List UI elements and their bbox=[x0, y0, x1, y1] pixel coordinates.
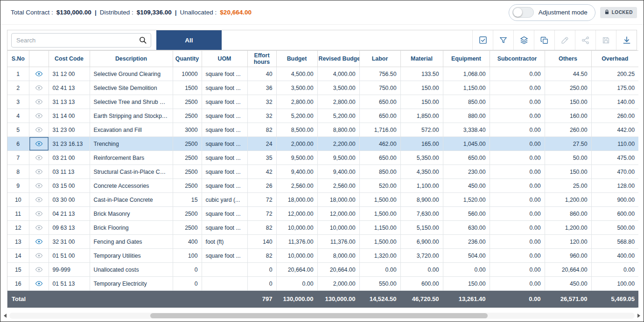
filter-icon[interactable] bbox=[493, 30, 513, 50]
visibility-eye-icon[interactable] bbox=[29, 235, 49, 249]
overhead-cell: 600.00 bbox=[591, 207, 638, 221]
others-cell: 27.50 bbox=[545, 137, 591, 151]
download-icon[interactable] bbox=[616, 30, 637, 50]
uom-cell: square foot ... bbox=[202, 249, 247, 263]
horizontal-scrollbar[interactable] bbox=[2, 312, 642, 319]
effort-hours-cell: 82 bbox=[247, 221, 276, 235]
column-header[interactable]: Description bbox=[90, 51, 173, 67]
labor-cell: 1,500.00 bbox=[359, 235, 400, 249]
table-row[interactable]: 3 31 13 13 Selective Tree and Shrub Rem.… bbox=[7, 95, 638, 109]
table-row[interactable]: 5 31 23 00 Excavation and Fill 3000 squa… bbox=[7, 123, 638, 137]
budget-cell: 4,500.00 bbox=[276, 67, 317, 81]
effort-hours-cell: 72 bbox=[247, 207, 276, 221]
table-row[interactable]: 15 99-999 Unallocated costs 0 0 20,664.0… bbox=[7, 263, 638, 277]
equipment-cell: 650.00 bbox=[443, 151, 490, 165]
table-row[interactable]: 6 31 23 16.13 Trenching 2500 square foot… bbox=[7, 137, 638, 151]
scrollbar-thumb[interactable] bbox=[150, 313, 488, 318]
table-row[interactable]: 7 03 21 00 Reinforcement Bars 2500 squar… bbox=[7, 151, 638, 165]
quantity-cell: 2500 bbox=[173, 109, 202, 123]
column-header[interactable]: UOM bbox=[202, 51, 247, 67]
visibility-eye-icon[interactable] bbox=[29, 277, 49, 291]
column-header[interactable]: Equipment bbox=[443, 51, 490, 67]
cost-code-cell: 31 12 00 bbox=[49, 67, 90, 81]
column-header[interactable]: Revised Budget bbox=[317, 51, 359, 67]
column-header[interactable]: Cost Code bbox=[49, 51, 90, 67]
visibility-eye-icon[interactable] bbox=[29, 81, 49, 95]
labor-cell: 0.00 bbox=[359, 263, 400, 277]
scroll-right-icon[interactable] bbox=[636, 312, 642, 319]
effort-hours-cell: 35 bbox=[247, 151, 276, 165]
table-row[interactable]: 16 01 51 13 Temporary Electricity 0 0 0.… bbox=[7, 277, 638, 291]
visibility-eye-icon[interactable] bbox=[29, 207, 49, 221]
budget-cell: 18,000.00 bbox=[276, 193, 317, 207]
distributed-value: $109,336.00 bbox=[137, 9, 172, 16]
equipment-cell: 560.00 bbox=[443, 207, 490, 221]
subcontractor-cell: 0.00 bbox=[490, 193, 545, 207]
others-cell: 260.00 bbox=[545, 123, 591, 137]
adjustment-mode-toggle[interactable] bbox=[512, 7, 534, 18]
overhead-cell: 128.00 bbox=[591, 179, 638, 193]
scroll-left-icon[interactable] bbox=[2, 312, 8, 319]
visibility-eye-icon[interactable] bbox=[29, 67, 49, 81]
search-icon[interactable] bbox=[139, 36, 147, 46]
visibility-eye-icon[interactable] bbox=[29, 151, 49, 165]
visibility-eye-icon[interactable] bbox=[29, 221, 49, 235]
visibility-eye-icon[interactable] bbox=[29, 165, 49, 179]
labor-cell: 1,320.00 bbox=[359, 249, 400, 263]
uom-cell: square foot ... bbox=[202, 221, 247, 235]
subcontractor-cell: 0.00 bbox=[490, 95, 545, 109]
equipment-cell: 504.00 bbox=[443, 249, 490, 263]
copy-icon[interactable] bbox=[534, 30, 554, 50]
column-header[interactable]: Quantity bbox=[173, 51, 202, 67]
material-cell: 3,720.00 bbox=[400, 249, 443, 263]
unallocated-value: $20,664.00 bbox=[220, 9, 252, 16]
material-cell: 150.00 bbox=[400, 81, 443, 95]
total-material: 46,720.50 bbox=[400, 291, 443, 308]
uom-cell: square foot ... bbox=[202, 109, 247, 123]
column-header[interactable] bbox=[29, 51, 49, 67]
column-header[interactable]: S.No bbox=[7, 51, 29, 67]
adjustment-mode-control[interactable]: Adjustment mode bbox=[509, 4, 595, 21]
subcontractor-cell: 0.00 bbox=[490, 165, 545, 179]
table-row[interactable]: 9 03 15 00 Concrete Accessories 2500 squ… bbox=[7, 179, 638, 193]
material-cell: 4,350.00 bbox=[400, 165, 443, 179]
tab-all[interactable]: All bbox=[156, 30, 222, 50]
visibility-eye-icon[interactable] bbox=[29, 123, 49, 137]
description-cell: Temporary Electricity bbox=[90, 277, 173, 291]
table-row[interactable]: 4 31 14 00 Earth Stripping and Stockpili… bbox=[7, 109, 638, 123]
table-row[interactable]: 2 02 41 13 Selective Site Demolition 150… bbox=[7, 81, 638, 95]
sno-cell: 15 bbox=[7, 263, 29, 277]
column-header[interactable]: Others bbox=[545, 51, 591, 67]
column-header[interactable]: Overhead bbox=[591, 51, 638, 67]
table-row[interactable]: 14 01 51 00 Temporary Utilities 100 squa… bbox=[7, 249, 638, 263]
visibility-eye-icon[interactable] bbox=[29, 179, 49, 193]
column-header[interactable]: Labor bbox=[359, 51, 400, 67]
visibility-eye-icon[interactable] bbox=[29, 249, 49, 263]
table-row[interactable]: 12 09 63 13 Brick Flooring 2500 square f… bbox=[7, 221, 638, 235]
others-cell: 120.00 bbox=[545, 235, 591, 249]
visibility-eye-icon[interactable] bbox=[29, 193, 49, 207]
visibility-eye-icon[interactable] bbox=[29, 263, 49, 277]
table-row[interactable]: 10 03 30 00 Cast-in-Place Concrete 15 cu… bbox=[7, 193, 638, 207]
visibility-eye-icon[interactable] bbox=[29, 95, 49, 109]
column-header[interactable]: Material bbox=[400, 51, 443, 67]
sno-cell: 10 bbox=[7, 193, 29, 207]
description-cell: Selective Site Demolition bbox=[90, 81, 173, 95]
column-header[interactable]: Subcontractor bbox=[490, 51, 545, 67]
search-input[interactable] bbox=[11, 33, 151, 48]
grid-edit-icon[interactable] bbox=[472, 30, 493, 50]
table-row[interactable]: 13 32 31 00 Fencing and Gates 400 foot (… bbox=[7, 235, 638, 249]
scrollbar-track[interactable] bbox=[9, 313, 635, 319]
effort-hours-cell: 32 bbox=[247, 95, 276, 109]
column-header[interactable]: Budget bbox=[276, 51, 317, 67]
budget-cell: 2,560.00 bbox=[276, 179, 317, 193]
layers-icon[interactable] bbox=[513, 30, 534, 50]
uom-cell: square foot ... bbox=[202, 165, 247, 179]
table-row[interactable]: 1 31 12 00 Selective Ground Clearing 100… bbox=[7, 67, 638, 81]
visibility-eye-icon[interactable] bbox=[29, 137, 49, 151]
visibility-eye-icon[interactable] bbox=[29, 109, 49, 123]
table-row[interactable]: 11 04 21 13 Brick Masonry 2500 square fo… bbox=[7, 207, 638, 221]
revised-budget-cell: 4,000.00 bbox=[317, 67, 359, 81]
table-row[interactable]: 8 03 11 13 Structural Cast-in-Place Conc… bbox=[7, 165, 638, 179]
column-header[interactable]: Effort hours bbox=[247, 51, 276, 67]
